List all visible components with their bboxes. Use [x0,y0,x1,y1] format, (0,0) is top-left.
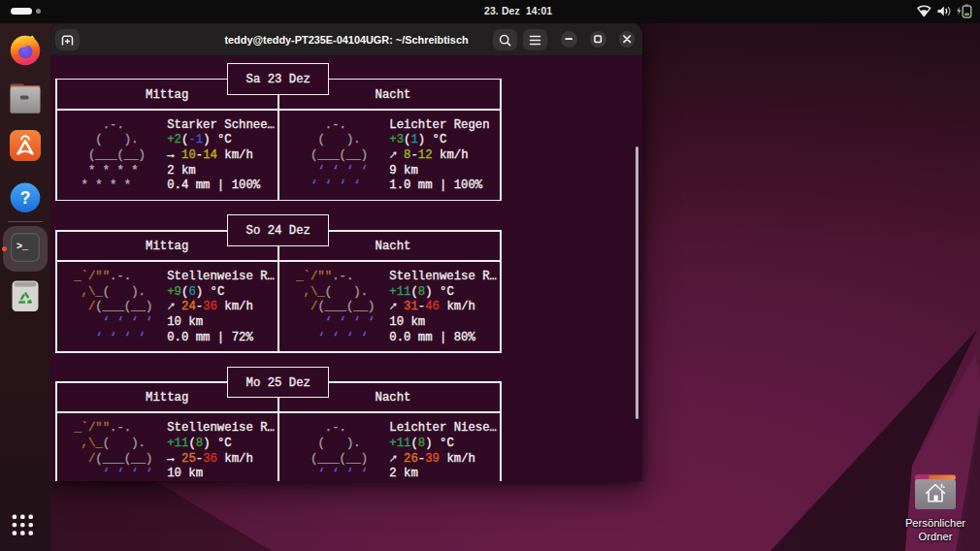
svg-text:>_: >_ [16,242,29,252]
svg-text:?: ? [20,187,31,207]
